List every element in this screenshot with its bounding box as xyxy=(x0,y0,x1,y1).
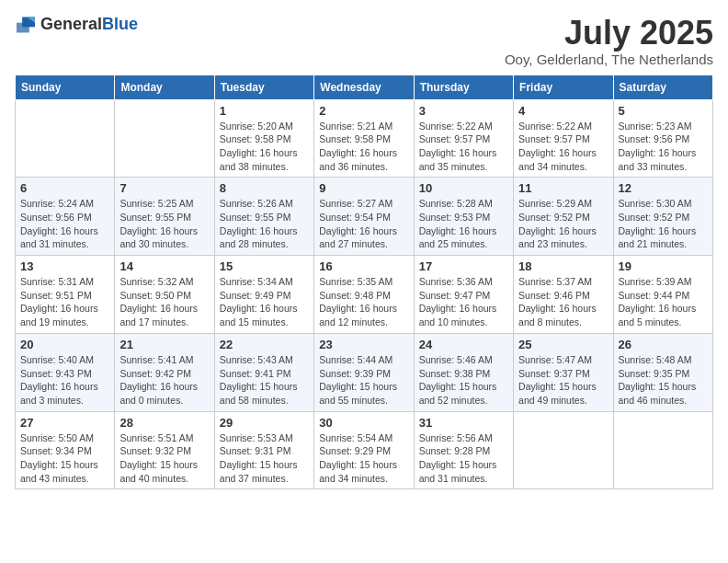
day-detail: Sunrise: 5:50 AMSunset: 9:34 PMDaylight:… xyxy=(20,431,109,486)
day-detail: Sunrise: 5:39 AMSunset: 9:44 PMDaylight:… xyxy=(619,275,708,329)
calendar-cell: 17Sunrise: 5:36 AMSunset: 9:47 PMDayligh… xyxy=(414,256,513,334)
day-of-week-header: Monday xyxy=(115,75,214,99)
day-of-week-header: Thursday xyxy=(414,75,513,99)
calendar-cell: 10Sunrise: 5:28 AMSunset: 9:53 PMDayligh… xyxy=(414,178,513,256)
calendar-cell: 22Sunrise: 5:43 AMSunset: 9:41 PMDayligh… xyxy=(214,333,313,411)
day-detail: Sunrise: 5:23 AMSunset: 9:56 PMDaylight:… xyxy=(619,120,708,174)
day-number: 16 xyxy=(319,259,408,273)
day-detail: Sunrise: 5:28 AMSunset: 9:53 PMDaylight:… xyxy=(419,197,508,251)
logo-text: GeneralBlue xyxy=(40,15,138,34)
day-detail: Sunrise: 5:47 AMSunset: 9:37 PMDaylight:… xyxy=(518,353,608,408)
day-detail: Sunrise: 5:20 AMSunset: 9:58 PMDaylight:… xyxy=(220,120,309,174)
day-number: 21 xyxy=(119,338,209,351)
day-detail: Sunrise: 5:26 AMSunset: 9:55 PMDaylight:… xyxy=(220,197,309,251)
calendar-week-row: 1Sunrise: 5:20 AMSunset: 9:58 PMDaylight… xyxy=(16,99,713,178)
day-of-week-header: Saturday xyxy=(613,75,712,99)
calendar-cell: 12Sunrise: 5:30 AMSunset: 9:52 PMDayligh… xyxy=(613,178,712,256)
day-number: 20 xyxy=(20,338,109,351)
calendar-week-row: 20Sunrise: 5:40 AMSunset: 9:43 PMDayligh… xyxy=(16,333,713,411)
day-detail: Sunrise: 5:32 AMSunset: 9:50 PMDaylight:… xyxy=(119,275,209,329)
day-detail: Sunrise: 5:34 AMSunset: 9:49 PMDaylight:… xyxy=(220,275,309,329)
day-number: 6 xyxy=(20,181,109,195)
calendar-cell: 24Sunrise: 5:46 AMSunset: 9:38 PMDayligh… xyxy=(414,333,513,411)
day-detail: Sunrise: 5:53 AMSunset: 9:31 PMDaylight:… xyxy=(220,431,309,486)
calendar-cell: 13Sunrise: 5:31 AMSunset: 9:51 PMDayligh… xyxy=(16,256,115,334)
calendar-header-row: SundayMondayTuesdayWednesdayThursdayFrid… xyxy=(16,75,713,99)
calendar-cell: 9Sunrise: 5:27 AMSunset: 9:54 PMDaylight… xyxy=(314,178,414,256)
calendar-cell: 5Sunrise: 5:23 AMSunset: 9:56 PMDaylight… xyxy=(613,99,712,178)
day-number: 5 xyxy=(619,104,708,118)
location: Ooy, Gelderland, The Netherlands xyxy=(505,52,713,67)
day-detail: Sunrise: 5:51 AMSunset: 9:32 PMDaylight:… xyxy=(119,431,209,486)
calendar-cell: 11Sunrise: 5:29 AMSunset: 9:52 PMDayligh… xyxy=(514,178,613,256)
calendar-cell: 21Sunrise: 5:41 AMSunset: 9:42 PMDayligh… xyxy=(115,333,214,411)
calendar-cell: 1Sunrise: 5:20 AMSunset: 9:58 PMDaylight… xyxy=(214,99,313,178)
day-detail: Sunrise: 5:41 AMSunset: 9:42 PMDaylight:… xyxy=(119,353,209,408)
day-detail: Sunrise: 5:25 AMSunset: 9:55 PMDaylight:… xyxy=(119,197,209,251)
calendar-cell: 20Sunrise: 5:40 AMSunset: 9:43 PMDayligh… xyxy=(16,333,115,411)
calendar-cell: 31Sunrise: 5:56 AMSunset: 9:28 PMDayligh… xyxy=(414,411,513,489)
calendar-cell: 14Sunrise: 5:32 AMSunset: 9:50 PMDayligh… xyxy=(115,256,214,334)
day-of-week-header: Friday xyxy=(514,75,613,99)
day-detail: Sunrise: 5:37 AMSunset: 9:46 PMDaylight:… xyxy=(518,275,608,329)
day-of-week-header: Tuesday xyxy=(214,75,313,99)
calendar-cell: 23Sunrise: 5:44 AMSunset: 9:39 PMDayligh… xyxy=(314,333,414,411)
calendar-cell: 29Sunrise: 5:53 AMSunset: 9:31 PMDayligh… xyxy=(214,411,313,489)
calendar-cell: 28Sunrise: 5:51 AMSunset: 9:32 PMDayligh… xyxy=(115,411,214,489)
day-detail: Sunrise: 5:27 AMSunset: 9:54 PMDaylight:… xyxy=(319,197,408,251)
day-number: 19 xyxy=(619,259,708,273)
day-number: 2 xyxy=(319,104,408,118)
day-number: 11 xyxy=(518,181,608,195)
day-number: 4 xyxy=(518,104,608,118)
page-header: GeneralBlue July 2025 Ooy, Gelderland, T… xyxy=(15,15,713,67)
calendar-cell: 3Sunrise: 5:22 AMSunset: 9:57 PMDaylight… xyxy=(414,99,513,178)
day-number: 29 xyxy=(220,416,309,430)
day-detail: Sunrise: 5:22 AMSunset: 9:57 PMDaylight:… xyxy=(419,120,508,174)
calendar-cell: 6Sunrise: 5:24 AMSunset: 9:56 PMDaylight… xyxy=(16,178,115,256)
day-number: 31 xyxy=(419,416,508,430)
day-number: 27 xyxy=(20,416,109,430)
day-number: 24 xyxy=(419,338,508,351)
day-detail: Sunrise: 5:43 AMSunset: 9:41 PMDaylight:… xyxy=(220,353,309,408)
day-number: 23 xyxy=(319,338,408,351)
day-of-week-header: Wednesday xyxy=(314,75,414,99)
calendar-cell: 7Sunrise: 5:25 AMSunset: 9:55 PMDaylight… xyxy=(115,178,214,256)
day-number: 28 xyxy=(119,416,209,430)
svg-marker-1 xyxy=(17,22,29,32)
calendar-cell: 18Sunrise: 5:37 AMSunset: 9:46 PMDayligh… xyxy=(514,256,613,334)
day-detail: Sunrise: 5:46 AMSunset: 9:38 PMDaylight:… xyxy=(419,353,508,408)
day-detail: Sunrise: 5:31 AMSunset: 9:51 PMDaylight:… xyxy=(20,275,109,329)
day-number: 10 xyxy=(419,181,508,195)
day-number: 13 xyxy=(20,259,109,273)
calendar-cell: 2Sunrise: 5:21 AMSunset: 9:58 PMDaylight… xyxy=(314,99,414,178)
day-number: 9 xyxy=(319,181,408,195)
title-block: July 2025 Ooy, Gelderland, The Netherlan… xyxy=(505,15,713,67)
month-title: July 2025 xyxy=(505,15,713,52)
calendar-cell: 26Sunrise: 5:48 AMSunset: 9:35 PMDayligh… xyxy=(613,333,712,411)
calendar-cell: 16Sunrise: 5:35 AMSunset: 9:48 PMDayligh… xyxy=(314,256,414,334)
day-number: 26 xyxy=(619,338,708,351)
day-detail: Sunrise: 5:40 AMSunset: 9:43 PMDaylight:… xyxy=(20,353,109,408)
calendar-table: SundayMondayTuesdayWednesdayThursdayFrid… xyxy=(15,75,713,490)
calendar-week-row: 13Sunrise: 5:31 AMSunset: 9:51 PMDayligh… xyxy=(16,256,713,334)
calendar-cell: 27Sunrise: 5:50 AMSunset: 9:34 PMDayligh… xyxy=(16,411,115,489)
calendar-cell: 25Sunrise: 5:47 AMSunset: 9:37 PMDayligh… xyxy=(514,333,613,411)
calendar-cell xyxy=(514,411,613,489)
day-detail: Sunrise: 5:56 AMSunset: 9:28 PMDaylight:… xyxy=(419,431,508,486)
day-detail: Sunrise: 5:30 AMSunset: 9:52 PMDaylight:… xyxy=(619,197,708,251)
day-detail: Sunrise: 5:54 AMSunset: 9:29 PMDaylight:… xyxy=(319,431,408,486)
logo-blue: Blue xyxy=(102,15,138,33)
logo-icon xyxy=(15,16,37,34)
calendar-cell: 19Sunrise: 5:39 AMSunset: 9:44 PMDayligh… xyxy=(613,256,712,334)
day-detail: Sunrise: 5:22 AMSunset: 9:57 PMDaylight:… xyxy=(518,120,608,174)
calendar-cell: 15Sunrise: 5:34 AMSunset: 9:49 PMDayligh… xyxy=(214,256,313,334)
calendar-cell: 30Sunrise: 5:54 AMSunset: 9:29 PMDayligh… xyxy=(314,411,414,489)
day-number: 3 xyxy=(419,104,508,118)
calendar-week-row: 6Sunrise: 5:24 AMSunset: 9:56 PMDaylight… xyxy=(16,178,713,256)
day-detail: Sunrise: 5:21 AMSunset: 9:58 PMDaylight:… xyxy=(319,120,408,174)
day-of-week-header: Sunday xyxy=(16,75,115,99)
calendar-cell xyxy=(115,99,214,178)
day-detail: Sunrise: 5:48 AMSunset: 9:35 PMDaylight:… xyxy=(619,353,708,408)
day-detail: Sunrise: 5:44 AMSunset: 9:39 PMDaylight:… xyxy=(319,353,408,408)
day-number: 18 xyxy=(518,259,608,273)
